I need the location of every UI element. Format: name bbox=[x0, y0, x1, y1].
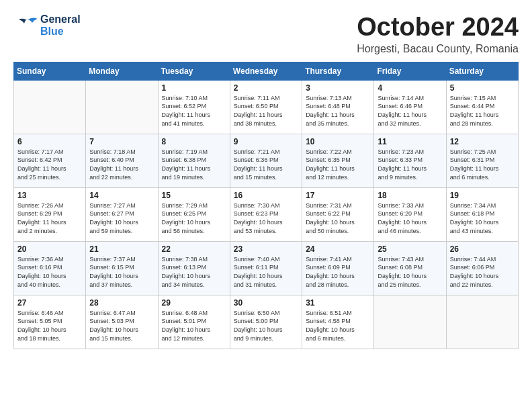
day-number: 3 bbox=[306, 83, 370, 93]
day-number: 17 bbox=[306, 191, 370, 200]
day-info: Sunrise: 7:41 AM Sunset: 6:09 PM Dayligh… bbox=[306, 255, 370, 289]
day-number: 24 bbox=[306, 244, 370, 254]
day-info: Sunrise: 7:40 AM Sunset: 6:11 PM Dayligh… bbox=[234, 255, 298, 289]
day-of-week-header: Tuesday bbox=[158, 62, 230, 80]
day-of-week-header: Wednesday bbox=[230, 62, 302, 80]
calendar-cell: 10Sunrise: 7:22 AM Sunset: 6:35 PM Dayli… bbox=[302, 134, 374, 187]
day-number: 13 bbox=[17, 191, 82, 200]
calendar-cell: 25Sunrise: 7:43 AM Sunset: 6:08 PM Dayli… bbox=[374, 241, 446, 295]
day-info: Sunrise: 6:48 AM Sunset: 5:01 PM Dayligh… bbox=[162, 309, 226, 342]
day-number: 9 bbox=[234, 137, 298, 146]
day-number: 16 bbox=[234, 191, 298, 200]
calendar-cell: 6Sunrise: 7:17 AM Sunset: 6:42 PM Daylig… bbox=[14, 134, 86, 187]
day-number: 25 bbox=[378, 244, 442, 254]
day-number: 6 bbox=[17, 137, 82, 146]
calendar-cell: 26Sunrise: 7:44 AM Sunset: 6:06 PM Dayli… bbox=[446, 241, 518, 295]
day-info: Sunrise: 6:47 AM Sunset: 5:03 PM Dayligh… bbox=[89, 309, 154, 342]
calendar-cell: 5Sunrise: 7:15 AM Sunset: 6:44 PM Daylig… bbox=[446, 80, 518, 134]
calendar-cell: 17Sunrise: 7:31 AM Sunset: 6:22 PM Dayli… bbox=[302, 187, 374, 241]
day-number: 27 bbox=[17, 298, 82, 308]
day-number: 22 bbox=[162, 244, 226, 254]
day-info: Sunrise: 6:46 AM Sunset: 5:05 PM Dayligh… bbox=[17, 309, 82, 342]
calendar-cell: 2Sunrise: 7:11 AM Sunset: 6:50 PM Daylig… bbox=[230, 80, 302, 134]
day-number: 12 bbox=[450, 137, 515, 146]
calendar-cell: 19Sunrise: 7:34 AM Sunset: 6:18 PM Dayli… bbox=[446, 187, 518, 241]
day-info: Sunrise: 7:44 AM Sunset: 6:06 PM Dayligh… bbox=[450, 255, 515, 289]
page-header: General Blue October 2024 Horgesti, Baca… bbox=[13, 13, 519, 55]
day-info: Sunrise: 7:38 AM Sunset: 6:13 PM Dayligh… bbox=[162, 255, 226, 289]
day-number: 20 bbox=[17, 244, 82, 254]
calendar-cell: 12Sunrise: 7:25 AM Sunset: 6:31 PM Dayli… bbox=[446, 134, 518, 187]
calendar-cell: 31Sunrise: 6:51 AM Sunset: 4:58 PM Dayli… bbox=[302, 295, 374, 349]
calendar-cell: 15Sunrise: 7:29 AM Sunset: 6:25 PM Dayli… bbox=[158, 187, 230, 241]
day-of-week-header: Friday bbox=[374, 62, 446, 80]
day-number: 11 bbox=[378, 137, 442, 146]
calendar-week-row: 20Sunrise: 7:36 AM Sunset: 6:16 PM Dayli… bbox=[14, 241, 519, 295]
day-info: Sunrise: 7:15 AM Sunset: 6:44 PM Dayligh… bbox=[450, 94, 515, 128]
day-of-week-header: Sunday bbox=[14, 62, 86, 80]
day-info: Sunrise: 7:18 AM Sunset: 6:40 PM Dayligh… bbox=[89, 148, 154, 181]
calendar-header-row: SundayMondayTuesdayWednesdayThursdayFrid… bbox=[14, 62, 519, 80]
day-of-week-header: Saturday bbox=[446, 62, 518, 80]
day-info: Sunrise: 7:37 AM Sunset: 6:15 PM Dayligh… bbox=[89, 255, 154, 289]
calendar-cell: 7Sunrise: 7:18 AM Sunset: 6:40 PM Daylig… bbox=[86, 134, 158, 187]
calendar-cell bbox=[86, 80, 158, 134]
day-number: 15 bbox=[162, 191, 226, 200]
day-info: Sunrise: 7:10 AM Sunset: 6:52 PM Dayligh… bbox=[162, 94, 226, 128]
day-number: 21 bbox=[89, 244, 154, 254]
calendar-cell: 23Sunrise: 7:40 AM Sunset: 6:11 PM Dayli… bbox=[230, 241, 302, 295]
calendar-cell: 16Sunrise: 7:30 AM Sunset: 6:23 PM Dayli… bbox=[230, 187, 302, 241]
day-number: 14 bbox=[89, 191, 154, 200]
day-info: Sunrise: 7:23 AM Sunset: 6:33 PM Dayligh… bbox=[378, 148, 442, 181]
calendar-cell: 22Sunrise: 7:38 AM Sunset: 6:13 PM Dayli… bbox=[158, 241, 230, 295]
day-info: Sunrise: 7:25 AM Sunset: 6:31 PM Dayligh… bbox=[450, 148, 515, 181]
calendar-cell bbox=[14, 80, 86, 134]
calendar-table: SundayMondayTuesdayWednesdayThursdayFrid… bbox=[13, 62, 519, 349]
day-number: 23 bbox=[234, 244, 298, 254]
day-number: 26 bbox=[450, 244, 515, 254]
day-info: Sunrise: 7:27 AM Sunset: 6:27 PM Dayligh… bbox=[89, 201, 154, 235]
day-info: Sunrise: 7:22 AM Sunset: 6:35 PM Dayligh… bbox=[306, 148, 370, 181]
calendar-cell: 30Sunrise: 6:50 AM Sunset: 5:00 PM Dayli… bbox=[230, 295, 302, 349]
day-info: Sunrise: 7:14 AM Sunset: 6:46 PM Dayligh… bbox=[378, 94, 442, 128]
day-info: Sunrise: 7:21 AM Sunset: 6:36 PM Dayligh… bbox=[234, 148, 298, 181]
day-number: 2 bbox=[234, 83, 298, 93]
calendar-week-row: 13Sunrise: 7:26 AM Sunset: 6:29 PM Dayli… bbox=[14, 187, 519, 241]
calendar-cell: 3Sunrise: 7:13 AM Sunset: 6:48 PM Daylig… bbox=[302, 80, 374, 134]
day-number: 18 bbox=[378, 191, 442, 200]
logo-icon bbox=[13, 13, 38, 38]
calendar-week-row: 1Sunrise: 7:10 AM Sunset: 6:52 PM Daylig… bbox=[14, 80, 519, 134]
calendar-cell: 14Sunrise: 7:27 AM Sunset: 6:27 PM Dayli… bbox=[86, 187, 158, 241]
calendar-cell: 11Sunrise: 7:23 AM Sunset: 6:33 PM Dayli… bbox=[374, 134, 446, 187]
calendar-cell: 18Sunrise: 7:33 AM Sunset: 6:20 PM Dayli… bbox=[374, 187, 446, 241]
calendar-cell: 1Sunrise: 7:10 AM Sunset: 6:52 PM Daylig… bbox=[158, 80, 230, 134]
logo: General Blue bbox=[13, 13, 81, 38]
day-info: Sunrise: 7:11 AM Sunset: 6:50 PM Dayligh… bbox=[234, 94, 298, 128]
day-info: Sunrise: 7:26 AM Sunset: 6:29 PM Dayligh… bbox=[17, 201, 82, 235]
calendar-cell: 20Sunrise: 7:36 AM Sunset: 6:16 PM Dayli… bbox=[14, 241, 86, 295]
day-number: 30 bbox=[234, 298, 298, 308]
day-number: 8 bbox=[162, 137, 226, 146]
calendar-cell bbox=[374, 295, 446, 349]
day-number: 29 bbox=[162, 298, 226, 308]
calendar-cell: 13Sunrise: 7:26 AM Sunset: 6:29 PM Dayli… bbox=[14, 187, 86, 241]
calendar-week-row: 27Sunrise: 6:46 AM Sunset: 5:05 PM Dayli… bbox=[14, 295, 519, 349]
day-info: Sunrise: 7:33 AM Sunset: 6:20 PM Dayligh… bbox=[378, 201, 442, 235]
day-info: Sunrise: 7:13 AM Sunset: 6:48 PM Dayligh… bbox=[306, 94, 370, 128]
location: Horgesti, Bacau County, Romania bbox=[357, 43, 519, 55]
calendar-cell: 29Sunrise: 6:48 AM Sunset: 5:01 PM Dayli… bbox=[158, 295, 230, 349]
logo-general-text: General bbox=[40, 13, 81, 26]
month-title: October 2024 bbox=[357, 13, 519, 42]
day-info: Sunrise: 6:51 AM Sunset: 4:58 PM Dayligh… bbox=[306, 309, 370, 342]
day-info: Sunrise: 7:43 AM Sunset: 6:08 PM Dayligh… bbox=[378, 255, 442, 289]
day-info: Sunrise: 6:50 AM Sunset: 5:00 PM Dayligh… bbox=[234, 309, 298, 342]
day-info: Sunrise: 7:29 AM Sunset: 6:25 PM Dayligh… bbox=[162, 201, 226, 235]
calendar-cell: 27Sunrise: 6:46 AM Sunset: 5:05 PM Dayli… bbox=[14, 295, 86, 349]
title-section: October 2024 Horgesti, Bacau County, Rom… bbox=[357, 13, 519, 55]
calendar-cell: 28Sunrise: 6:47 AM Sunset: 5:03 PM Dayli… bbox=[86, 295, 158, 349]
day-info: Sunrise: 7:34 AM Sunset: 6:18 PM Dayligh… bbox=[450, 201, 515, 235]
day-number: 7 bbox=[89, 137, 154, 146]
day-number: 5 bbox=[450, 83, 515, 93]
day-info: Sunrise: 7:31 AM Sunset: 6:22 PM Dayligh… bbox=[306, 201, 370, 235]
calendar-cell bbox=[446, 295, 518, 349]
